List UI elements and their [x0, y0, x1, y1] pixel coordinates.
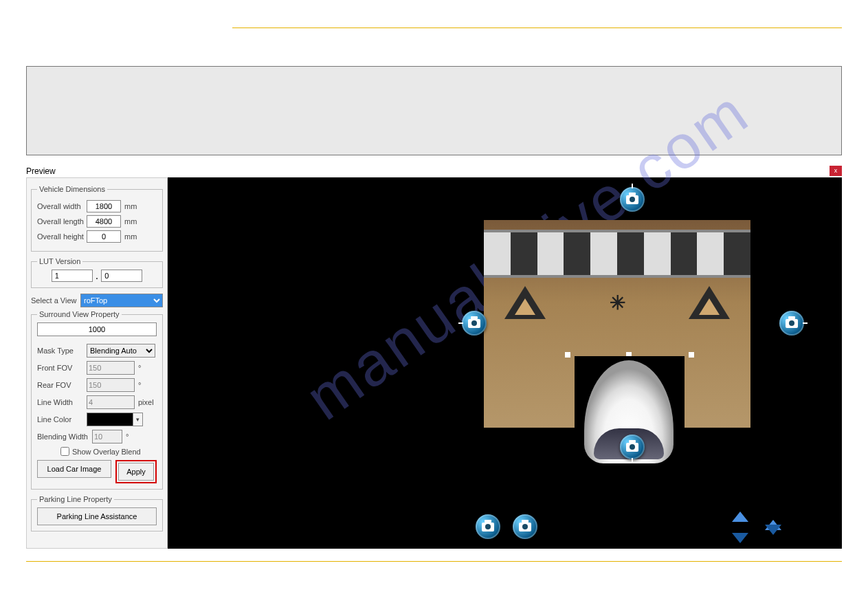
rotate-cw-button[interactable] — [513, 514, 537, 539]
overall-length-input[interactable] — [87, 215, 121, 228]
overall-height-input[interactable] — [87, 230, 121, 243]
close-button[interactable]: x — [830, 166, 842, 176]
rear-fov-input — [87, 378, 135, 392]
camera-top-button[interactable] — [620, 187, 645, 212]
crop-handle[interactable] — [689, 352, 694, 358]
camera-icon — [468, 319, 480, 328]
show-overlay-blend-checkbox[interactable] — [60, 447, 69, 456]
camera-icon — [519, 523, 531, 531]
arrow-down-icon — [765, 525, 781, 535]
settings-sidebar: Vehicle Dimensions Overall width mm Over… — [26, 177, 168, 549]
vehicle-dimensions-legend: Vehicle Dimensions — [37, 185, 107, 193]
calibration-triangle-right — [689, 286, 730, 319]
overall-width-input[interactable] — [87, 200, 121, 212]
mask-type-dropdown[interactable]: Blending Auto — [87, 344, 155, 358]
overall-width-label: Overall width — [37, 202, 87, 210]
front-fov-input — [87, 361, 135, 375]
camera-icon — [626, 443, 638, 452]
blending-width-input — [92, 430, 122, 443]
vehicle-dimensions-group: Vehicle Dimensions Overall width mm Over… — [31, 185, 163, 252]
camera-left-button[interactable] — [462, 311, 487, 336]
lut-version-group: LUT Version . — [31, 257, 163, 288]
camera-icon — [786, 319, 798, 328]
center-marker-icon: ✳ — [610, 292, 625, 314]
unit-deg: ° — [138, 364, 141, 372]
line-width-input — [87, 395, 135, 409]
parking-line-group: Parking Line Property Parking Line Assis… — [31, 495, 163, 531]
color-swatch-icon — [87, 413, 133, 426]
unit-pixel: pixel — [138, 398, 154, 406]
apply-button[interactable]: Apply — [118, 463, 154, 481]
apply-highlight: Apply — [115, 460, 157, 483]
crop-handle[interactable] — [565, 352, 570, 358]
rear-fov-label: Rear FOV — [37, 381, 87, 389]
mask-type-label: Mask Type — [37, 347, 87, 355]
parking-line-assistance-button[interactable]: Parking Line Assistance — [37, 507, 157, 525]
zoom-collapse-button[interactable] — [763, 512, 783, 543]
load-car-image-button[interactable]: Load Car Image — [37, 460, 111, 478]
camera-view-frame: ✳ — [484, 220, 750, 428]
zoom-expand-button[interactable] — [730, 512, 750, 543]
camera-right-button[interactable] — [779, 311, 804, 336]
front-fov-label: Front FOV — [37, 364, 87, 372]
surround-value-input[interactable] — [37, 322, 157, 336]
line-color-label: Line Color — [37, 415, 87, 424]
window-title: Preview — [26, 166, 842, 176]
unit-mm: mm — [124, 202, 137, 210]
unit-deg: ° — [138, 381, 141, 389]
arrow-up-icon — [732, 512, 748, 522]
overall-length-label: Overall length — [37, 217, 87, 226]
line-width-label: Line Width — [37, 398, 87, 406]
camera-icon — [626, 195, 638, 204]
camera-bottom-button[interactable] — [620, 435, 645, 459]
overall-height-label: Overall height — [37, 232, 87, 241]
rotate-ccw-button[interactable] — [476, 514, 500, 539]
blending-width-label: Blending Width — [37, 432, 92, 441]
select-view-dropdown[interactable]: roFTop — [80, 294, 163, 307]
lut-major-input[interactable] — [52, 270, 93, 282]
document-banner — [26, 66, 842, 155]
surround-view-legend: Surround View Property — [37, 310, 122, 318]
line-color-picker[interactable]: ▾ — [87, 413, 143, 426]
chevron-down-icon: ▾ — [133, 413, 143, 426]
unit-mm: mm — [124, 232, 137, 241]
parking-line-legend: Parking Line Property — [37, 495, 114, 503]
lut-minor-input[interactable] — [101, 270, 142, 282]
lut-dot: . — [96, 270, 98, 282]
unit-mm: mm — [124, 217, 137, 226]
calibration-triangle-left — [504, 286, 546, 319]
unit-deg: ° — [126, 432, 129, 441]
preview-canvas: manualshive.com ✳ — [168, 177, 842, 549]
show-overlay-blend-label: Show Overlay Blend — [72, 448, 141, 456]
lut-version-legend: LUT Version — [37, 257, 82, 265]
select-view-label: Select a View — [31, 296, 80, 305]
camera-icon — [482, 523, 494, 531]
arrow-down-icon — [732, 533, 748, 543]
checker-pattern — [484, 230, 750, 278]
surround-view-group: Surround View Property Mask Type Blendin… — [31, 310, 163, 490]
